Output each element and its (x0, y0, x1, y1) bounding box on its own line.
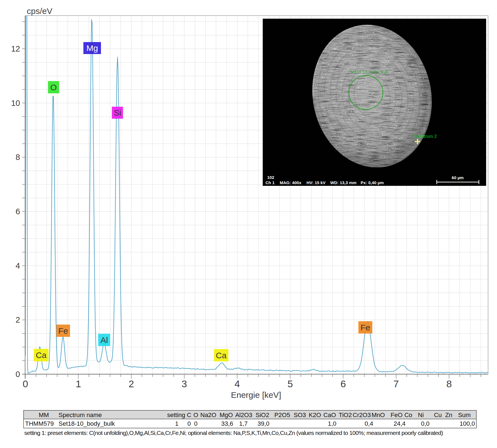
svg-text:FeO: FeO (391, 412, 403, 418)
svg-text:Ca: Ca (216, 351, 227, 360)
svg-text:7: 7 (394, 378, 399, 389)
svg-text:0: 0 (187, 420, 191, 427)
svg-text:TiO2: TiO2 (339, 412, 352, 418)
svg-text:SiO2: SiO2 (256, 412, 269, 418)
svg-text:8: 8 (16, 153, 20, 162)
svg-text:Set18-10_body_bulk: Set18-10_body_bulk (59, 420, 115, 427)
svg-text:setting: setting (167, 412, 185, 418)
svg-text:5: 5 (288, 378, 293, 389)
svg-text:0: 0 (16, 370, 20, 379)
svg-text:0: 0 (23, 378, 28, 389)
svg-text:Na2O: Na2O (200, 412, 216, 418)
svg-text:Set18-10_body_bulk: Set18-10_body_bulk (350, 69, 389, 74)
svg-text:1: 1 (76, 378, 81, 389)
svg-text:Energie [keV]: Energie [keV] (231, 390, 281, 400)
svg-text:12: 12 (11, 44, 20, 53)
svg-text:HV: 15 kV: HV: 15 kV (307, 180, 325, 185)
svg-text:0,4: 0,4 (365, 420, 373, 427)
svg-text:60 µm: 60 µm (452, 175, 464, 180)
svg-text:Cu: Cu (434, 412, 442, 418)
svg-text:24,4: 24,4 (394, 420, 406, 427)
svg-text:O: O (50, 83, 57, 92)
svg-text:P2O5: P2O5 (274, 412, 290, 418)
svg-text:THMM579: THMM579 (25, 420, 54, 427)
svg-text:K2O: K2O (309, 412, 321, 418)
svg-text:Zn: Zn (445, 412, 452, 418)
svg-text:O: O (193, 412, 198, 418)
svg-text:Px: 0,40 µm: Px: 0,40 µm (361, 180, 384, 185)
svg-text:Spectrum name: Spectrum name (59, 412, 102, 418)
svg-text:33,6: 33,6 (221, 420, 233, 427)
svg-text:Ca: Ca (36, 350, 47, 360)
svg-text:Si: Si (114, 108, 121, 117)
svg-text:Co: Co (404, 412, 412, 418)
svg-text:Ni: Ni (418, 412, 424, 418)
svg-text:4: 4 (235, 378, 240, 389)
svg-text:39,0: 39,0 (257, 420, 269, 427)
svg-text:4: 4 (16, 261, 20, 270)
svg-text:1,7: 1,7 (239, 420, 248, 427)
svg-text:Fe: Fe (360, 323, 370, 332)
svg-text:Al2O3: Al2O3 (235, 412, 252, 418)
svg-text:Ch 1: Ch 1 (266, 180, 275, 185)
svg-text:6: 6 (341, 378, 346, 389)
svg-text:10: 10 (11, 99, 20, 108)
svg-text:1,0: 1,0 (328, 420, 336, 427)
svg-text:SO3: SO3 (294, 412, 306, 418)
svg-text:0,0: 0,0 (421, 420, 430, 427)
svg-text:8: 8 (446, 378, 452, 389)
svg-text:102: 102 (267, 175, 274, 180)
svg-text:3: 3 (182, 378, 187, 389)
svg-text:MgO: MgO (219, 412, 233, 418)
svg-text:Spektrum 2: Spektrum 2 (414, 134, 437, 139)
svg-text:MM: MM (39, 412, 49, 418)
svg-text:0: 0 (194, 420, 197, 427)
svg-text:CaO: CaO (323, 412, 336, 418)
svg-text:2: 2 (129, 378, 134, 389)
svg-text:Fe: Fe (58, 326, 68, 335)
svg-text:Mg: Mg (86, 43, 98, 53)
svg-text:C: C (187, 412, 191, 418)
svg-text:MnO: MnO (371, 412, 385, 418)
svg-text:setting 1: preset elements: C(: setting 1: preset elements: C(not unfold… (24, 430, 443, 436)
svg-text:6: 6 (16, 207, 20, 216)
svg-text:2: 2 (16, 315, 20, 324)
svg-text:Cr2O3: Cr2O3 (353, 412, 371, 418)
svg-text:Al: Al (100, 335, 108, 345)
svg-text:1: 1 (175, 420, 178, 427)
svg-text:WD: 13,3 mm: WD: 13,3 mm (330, 180, 356, 185)
svg-text:cps/eV: cps/eV (27, 6, 52, 16)
svg-text:100,0: 100,0 (460, 420, 475, 427)
svg-text:MAG: 400x: MAG: 400x (280, 180, 301, 185)
svg-text:Sum: Sum (458, 412, 471, 418)
